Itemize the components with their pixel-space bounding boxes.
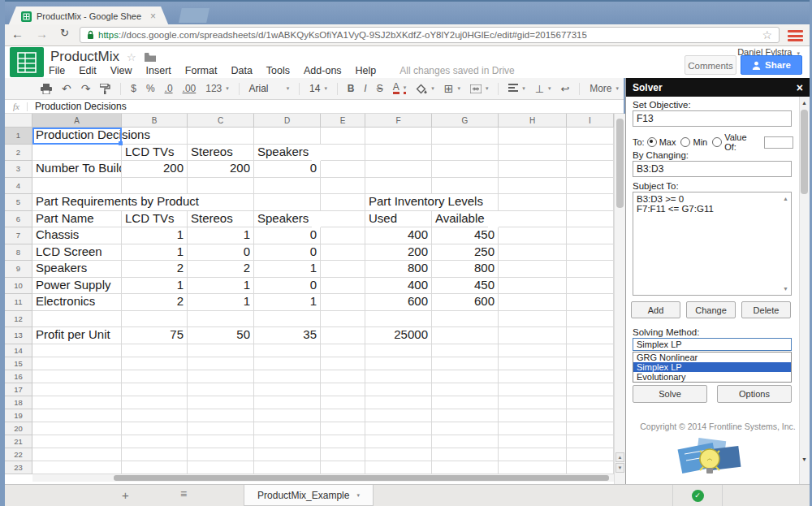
cell-C11[interactable]: 1	[188, 294, 254, 311]
cell-E12[interactable]	[321, 311, 365, 328]
column-header-D[interactable]: D	[254, 114, 321, 128]
cell-G15[interactable]	[432, 357, 499, 370]
cell-C12[interactable]	[188, 311, 254, 328]
cell-F3[interactable]	[365, 161, 432, 178]
cell-D14[interactable]	[254, 344, 321, 357]
more-button[interactable]: More▾	[590, 83, 619, 94]
cell-C20[interactable]	[188, 422, 254, 435]
cell-I6[interactable]	[567, 211, 614, 228]
solver-header[interactable]: Solver ×	[626, 78, 810, 97]
cell-I22[interactable]	[567, 448, 614, 461]
cell-C17[interactable]	[188, 383, 254, 396]
cell-G23[interactable]	[432, 461, 499, 474]
cell-H3[interactable]	[499, 161, 567, 178]
cell-E7[interactable]	[321, 227, 365, 244]
row-header-17[interactable]: 17	[5, 383, 32, 396]
cell-I2[interactable]	[567, 145, 614, 162]
constraints-listbox[interactable]: ▲ ▼ B3:D3 >= 0F7:F11 <= G7:G11	[633, 192, 792, 296]
folder-icon[interactable]	[145, 53, 156, 62]
row-header-1[interactable]: 1	[5, 128, 32, 145]
percent-format-button[interactable]: %	[146, 83, 155, 94]
row-header-18[interactable]: 18	[5, 396, 32, 409]
font-size-select[interactable]: 14▾	[309, 83, 327, 94]
cell-F12[interactable]	[365, 311, 432, 328]
cell-G1[interactable]	[432, 128, 499, 145]
cell-G9[interactable]: 800	[432, 261, 499, 278]
cell-A8[interactable]: LCD Screen	[32, 244, 122, 262]
cell-E5[interactable]	[321, 194, 365, 211]
back-icon[interactable]: ←	[11, 27, 24, 41]
cell-C2[interactable]: Stereos	[188, 145, 254, 162]
column-header-F[interactable]: F	[365, 114, 432, 128]
cell-I17[interactable]	[567, 383, 614, 396]
cell-D21[interactable]	[254, 435, 321, 448]
cell-A7[interactable]: Chassis	[32, 227, 122, 244]
redo-icon[interactable]: ↷	[81, 82, 91, 95]
chrome-menu-icon[interactable]	[788, 30, 803, 41]
cell-A9[interactable]: Speakers	[32, 261, 122, 278]
cell-D18[interactable]	[254, 396, 321, 409]
cell-A16[interactable]	[32, 370, 122, 383]
row-header-22[interactable]: 22	[5, 448, 32, 461]
menu-tools[interactable]: Tools	[266, 65, 290, 76]
cell-H20[interactable]	[499, 422, 567, 435]
cell-C7[interactable]: 1	[188, 227, 254, 244]
cell-H2[interactable]	[499, 145, 567, 162]
cell-I16[interactable]	[567, 370, 614, 383]
star-document-icon[interactable]: ☆	[127, 51, 136, 63]
menu-format[interactable]: Format	[185, 65, 218, 76]
cell-H12[interactable]	[499, 311, 567, 328]
cell-B23[interactable]	[122, 461, 188, 474]
cell-D6[interactable]: Speakers	[254, 211, 312, 228]
cell-A21[interactable]	[32, 435, 122, 448]
cell-G19[interactable]	[432, 409, 499, 422]
method-option[interactable]: Simplex LP	[633, 362, 791, 372]
column-header-I[interactable]: I	[567, 114, 614, 128]
cell-E3[interactable]	[321, 161, 365, 178]
cell-G3[interactable]	[432, 161, 499, 178]
undo-icon[interactable]: ↶	[62, 82, 71, 95]
cell-F23[interactable]	[365, 461, 432, 474]
cell-F5[interactable]: Part Inventory Levels	[365, 194, 486, 211]
row-header-12[interactable]: 12	[5, 311, 32, 328]
cell-I4[interactable]	[567, 178, 614, 195]
panel-scroll-up-icon[interactable]: ▲	[801, 100, 807, 106]
cell-H9[interactable]	[499, 261, 567, 278]
cell-G14[interactable]	[432, 344, 499, 357]
sheet-tab-menu-icon[interactable]: ▾	[356, 492, 360, 499]
cell-E13[interactable]	[321, 327, 365, 344]
row-header-19[interactable]: 19	[5, 409, 32, 422]
cell-I9[interactable]	[567, 261, 614, 278]
row-header-15[interactable]: 15	[5, 357, 32, 370]
fill-handle[interactable]	[119, 141, 123, 145]
cell-D13[interactable]: 35	[254, 327, 321, 344]
cell-H4[interactable]	[499, 178, 567, 195]
cell-A6[interactable]: Part Name	[32, 211, 122, 228]
cell-A2[interactable]	[32, 145, 122, 162]
cell-E15[interactable]	[321, 357, 365, 370]
cell-A11[interactable]: Electronics	[32, 294, 122, 311]
cell-A14[interactable]	[32, 344, 122, 357]
cell-D5[interactable]	[254, 194, 321, 211]
cell-B15[interactable]	[122, 357, 188, 370]
cell-G22[interactable]	[432, 448, 499, 461]
menu-edit[interactable]: Edit	[79, 65, 97, 76]
cell-C13[interactable]: 50	[188, 327, 254, 344]
cell-C15[interactable]	[188, 357, 254, 370]
formula-bar-content[interactable]: Production Decisions	[35, 101, 127, 112]
cell-I10[interactable]	[567, 278, 614, 295]
cell-B4[interactable]	[122, 178, 188, 195]
cell-E18[interactable]	[321, 396, 365, 409]
cell-B13[interactable]: 75	[122, 327, 188, 344]
text-color-button[interactable]: A▾	[393, 83, 407, 94]
cell-G11[interactable]: 600	[432, 294, 499, 311]
cell-A22[interactable]	[32, 448, 122, 461]
merge-cells-icon[interactable]: ▾	[470, 84, 489, 93]
cell-H7[interactable]	[499, 227, 567, 244]
tab-close-icon[interactable]: ×	[150, 12, 156, 20]
method-option[interactable]: GRG Nonlinear	[633, 352, 791, 362]
row-header-21[interactable]: 21	[5, 435, 32, 448]
cell-G4[interactable]	[432, 178, 499, 195]
cell-B22[interactable]	[122, 448, 188, 461]
panel-scrollbar[interactable]: ▲ ▼	[799, 97, 810, 484]
